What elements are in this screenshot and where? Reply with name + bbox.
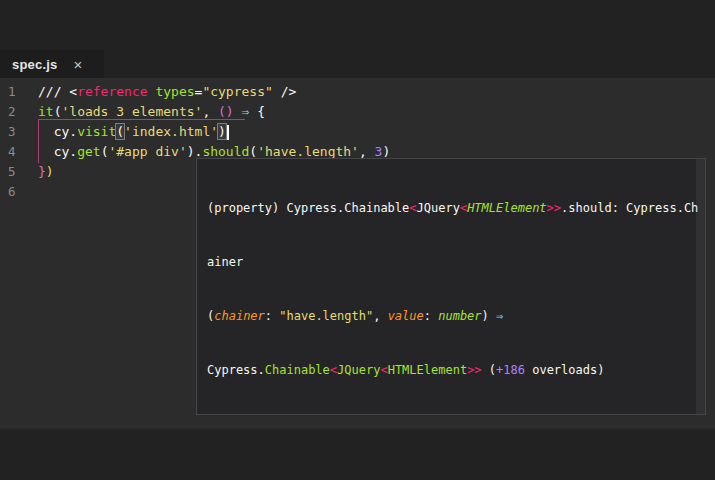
line-number: 2 xyxy=(0,102,38,122)
code-line-content[interactable]: it('loads 3 elements', () ⇒ { xyxy=(38,102,265,122)
hover-signature: (property) Cypress.Chainable<JQuery<HTML… xyxy=(197,159,705,415)
signature-line: ainer xyxy=(207,253,695,271)
tab-filename: spec.js xyxy=(12,57,58,72)
code-token: (property) Cypress.Chainable xyxy=(207,201,409,215)
code-line-content[interactable]: }) xyxy=(38,162,54,182)
text-cursor xyxy=(227,125,229,140)
code-token: /> xyxy=(273,84,296,99)
code-line-content[interactable]: /// <reference types="cypress" /> xyxy=(38,82,296,102)
code-token: types xyxy=(155,84,194,99)
code-token: should xyxy=(202,144,249,159)
signature-line: Cypress.Chainable<JQuery<HTMLElement>> (… xyxy=(207,361,695,379)
code-token xyxy=(234,104,242,119)
editor-header: spec.js × xyxy=(0,0,715,78)
code-token: chainer xyxy=(214,309,265,323)
tab-spec-js[interactable]: spec.js × xyxy=(0,50,104,78)
tooltip-scrollbar[interactable] xyxy=(696,159,705,414)
code-token: JQuery xyxy=(417,201,460,215)
code-token: ). xyxy=(187,144,203,159)
code-token: ( xyxy=(482,363,496,377)
code-token: value xyxy=(388,309,424,323)
code-token: ⇒ xyxy=(496,309,503,323)
code-token: : xyxy=(424,309,438,323)
code-token: Cypress. xyxy=(207,363,265,377)
code-token: "cypress" xyxy=(202,84,272,99)
line-number: 3 xyxy=(0,122,38,142)
code-token: JQuery xyxy=(337,363,380,377)
code-token: number xyxy=(438,309,481,323)
hover-tooltip: (property) Cypress.Chainable<JQuery<HTML… xyxy=(196,158,706,415)
code-token: HTMLElement xyxy=(467,201,546,215)
signature-line: (chainer: "have.length", value: number) … xyxy=(207,307,695,325)
line-number: 6 xyxy=(0,182,38,202)
code-token: ainer xyxy=(207,255,243,269)
code-token: cy. xyxy=(38,144,77,159)
code-token: } xyxy=(38,164,46,179)
bottom-panel xyxy=(0,429,715,480)
code-token: visit xyxy=(77,124,116,139)
code-token: .should: Cypress.Ch xyxy=(561,201,698,215)
code-line[interactable]: 3 cy.visit('index.html') xyxy=(0,122,715,142)
code-token: , xyxy=(373,309,387,323)
line-number: 4 xyxy=(0,142,38,162)
code-token: 'index.html' xyxy=(124,124,218,139)
code-token: overloads) xyxy=(525,363,604,377)
code-token: /// xyxy=(38,84,69,99)
code-token: get xyxy=(77,144,100,159)
code-token: HTMLElement xyxy=(388,363,467,377)
code-token: ) xyxy=(46,164,54,179)
code-token: 'have.length' xyxy=(257,144,359,159)
code-token: +186 xyxy=(496,363,525,377)
code-line[interactable]: 1 /// <reference types="cypress" /> xyxy=(0,82,715,102)
code-token: 'loads 3 elements' xyxy=(61,104,202,119)
code-token: ( xyxy=(249,144,257,159)
line-number: 5 xyxy=(0,162,38,182)
code-token: >> xyxy=(467,363,481,377)
code-token: Chainable xyxy=(265,363,330,377)
code-token: , xyxy=(202,104,218,119)
code-token: < xyxy=(69,84,77,99)
code-token: { xyxy=(249,104,265,119)
code-editor-window: spec.js × 1 /// <reference types="cypres… xyxy=(0,0,715,480)
code-token: () xyxy=(218,104,234,119)
code-token: "have.length" xyxy=(279,309,373,323)
code-line-content[interactable]: cy.visit('index.html') xyxy=(38,122,229,142)
code-line[interactable]: 2 it('loads 3 elements', () ⇒ { xyxy=(0,102,715,122)
code-token: ) xyxy=(482,309,496,323)
code-token: < xyxy=(330,363,337,377)
code-token: ) xyxy=(218,124,226,139)
code-token: >> xyxy=(547,201,561,215)
code-token: reference xyxy=(77,84,147,99)
signature-line: (property) Cypress.Chainable<JQuery<HTML… xyxy=(207,199,695,217)
code-token: < xyxy=(409,201,416,215)
code-token: , xyxy=(359,144,375,159)
code-token: < xyxy=(380,363,387,377)
code-token: : xyxy=(265,309,279,323)
code-token: ( xyxy=(116,124,124,139)
code-token: ) xyxy=(382,144,390,159)
line-number: 1 xyxy=(0,82,38,102)
tab-close-icon[interactable]: × xyxy=(74,57,83,72)
code-token: cy. xyxy=(38,124,77,139)
code-token: it xyxy=(38,104,54,119)
code-token: '#app div' xyxy=(108,144,186,159)
